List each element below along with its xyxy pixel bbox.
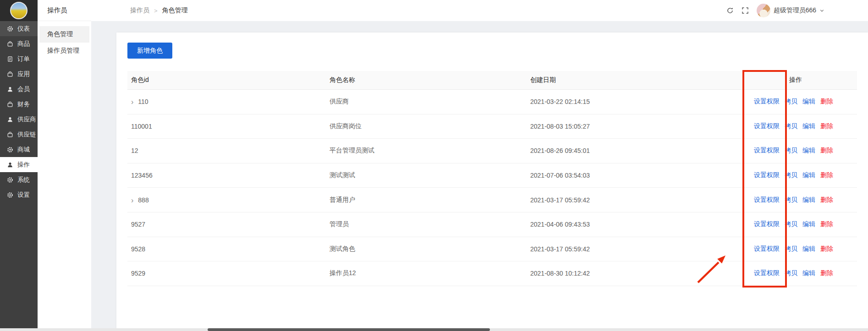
copy-link[interactable]: 拷贝 <box>785 196 797 203</box>
submenu-item-操作员管理[interactable]: 操作员管理 <box>39 43 89 59</box>
sidebar-item-财务[interactable]: 财务 <box>0 97 38 112</box>
expand-row-icon[interactable]: › <box>131 197 133 204</box>
breadcrumb-separator: > <box>154 7 158 14</box>
breadcrumb-item-role-management: 角色管理 <box>162 6 188 15</box>
set-permissions-link[interactable]: 设置权限 <box>754 245 780 252</box>
actions-cell: 设置权限拷贝编辑删除 <box>750 261 857 286</box>
gear-icon <box>7 192 13 198</box>
col-header-role-name: 角色名称 <box>326 71 527 90</box>
delete-link[interactable]: 删除 <box>820 98 833 105</box>
user-avatar <box>757 4 770 17</box>
set-permissions-link[interactable]: 设置权限 <box>754 220 780 228</box>
delete-link[interactable]: 删除 <box>820 147 833 154</box>
edit-link[interactable]: 编辑 <box>802 245 815 252</box>
submenu-item-角色管理[interactable]: 角色管理 <box>39 26 89 43</box>
fullscreen-icon[interactable] <box>742 7 749 14</box>
delete-link[interactable]: 删除 <box>820 269 833 277</box>
sidebar-item-供应商[interactable]: 供应商 <box>0 112 38 127</box>
copy-link[interactable]: 拷贝 <box>785 147 797 154</box>
sidebar-item-订单[interactable]: 订单 <box>0 51 38 66</box>
bag-icon <box>7 71 13 77</box>
delete-link[interactable]: 删除 <box>820 171 833 179</box>
role-name-cell: 管理员 <box>326 212 527 237</box>
created-date-cell: 2021-08-30 10:12:42 <box>527 261 750 286</box>
sidebar-item-设置[interactable]: 设置 <box>0 187 38 202</box>
sidebar-item-系统[interactable]: 系统 <box>0 172 38 187</box>
roles-table-wrap: 角色id 角色名称 创建日期 操作 ›110 供应商 2021-03-22 02… <box>127 71 857 286</box>
add-role-button[interactable]: 新增角色 <box>127 43 172 59</box>
topbar-right: 超级管理员666 <box>726 4 824 17</box>
copy-link[interactable]: 拷贝 <box>785 98 797 105</box>
edit-link[interactable]: 编辑 <box>802 269 815 277</box>
edit-link[interactable]: 编辑 <box>802 196 815 203</box>
bag-icon <box>7 41 13 47</box>
role-name-cell: 供应商岗位 <box>326 114 527 139</box>
role-name-cell: 平台管理员测试 <box>326 139 527 163</box>
copy-link[interactable]: 拷贝 <box>785 269 797 277</box>
edit-link[interactable]: 编辑 <box>802 122 815 130</box>
edit-link[interactable]: 编辑 <box>802 147 815 154</box>
set-permissions-link[interactable]: 设置权限 <box>754 147 780 154</box>
user-menu[interactable]: 超级管理员666 <box>757 4 824 17</box>
sidebar-item-应用[interactable]: 应用 <box>0 66 38 81</box>
set-permissions-link[interactable]: 设置权限 <box>754 171 780 179</box>
actions-cell: 设置权限拷贝编辑删除 <box>750 163 857 188</box>
expand-row-icon[interactable]: › <box>131 98 133 106</box>
created-date-cell: 2021-03-22 02:14:15 <box>527 90 750 114</box>
gear-icon <box>7 177 13 183</box>
created-date-cell: 2021-04-06 09:43:53 <box>527 212 750 237</box>
role-name-cell: 测试测试 <box>326 163 527 188</box>
sidebar-item-操作[interactable]: 操作 <box>0 157 38 172</box>
edit-link[interactable]: 编辑 <box>802 171 815 179</box>
primary-nav: 仪表 商品 订单 应用 会员 财务 供应商 供应链 商城 操作 系统 设置 <box>0 21 38 202</box>
actions-cell: 设置权限拷贝编辑删除 <box>750 139 857 163</box>
table-row: ›110001 供应商岗位 2021-08-03 15:05:27 设置权限拷贝… <box>127 114 857 139</box>
secondary-sidebar: 操作员 角色管理操作员管理 <box>38 0 91 331</box>
role-id-cell: 110 <box>138 98 148 105</box>
sidebar-item-商品[interactable]: 商品 <box>0 36 38 51</box>
set-permissions-link[interactable]: 设置权限 <box>754 196 780 203</box>
horizontal-scrollbar-thumb[interactable] <box>208 328 490 331</box>
set-permissions-link[interactable]: 设置权限 <box>754 98 780 105</box>
role-id-cell: 9528 <box>131 245 145 253</box>
table-row: ›110 供应商 2021-03-22 02:14:15 设置权限拷贝编辑删除 <box>127 90 857 114</box>
sidebar-item-供应链[interactable]: 供应链 <box>0 127 38 142</box>
breadcrumb-item-operators[interactable]: 操作员 <box>130 6 149 15</box>
admin-console: 仪表 商品 订单 应用 会员 财务 供应商 供应链 商城 操作 系统 设置 操作… <box>0 0 868 331</box>
refresh-icon[interactable] <box>726 7 734 14</box>
delete-link[interactable]: 删除 <box>820 220 833 228</box>
actions-cell: 设置权限拷贝编辑删除 <box>750 188 857 212</box>
user-icon <box>7 162 13 168</box>
col-header-created-date: 创建日期 <box>527 71 750 90</box>
table-row: ›9529 操作员12 2021-08-30 10:12:42 设置权限拷贝编辑… <box>127 261 857 286</box>
role-id-cell: 9529 <box>131 270 145 277</box>
copy-link[interactable]: 拷贝 <box>785 245 797 252</box>
delete-link[interactable]: 删除 <box>820 196 833 203</box>
table-row: ›123456 测试测试 2021-07-06 03:54:03 设置权限拷贝编… <box>127 163 857 188</box>
username: 超级管理员666 <box>774 6 816 15</box>
edit-link[interactable]: 编辑 <box>802 98 815 105</box>
bag-icon <box>7 101 13 108</box>
roles-table: 角色id 角色名称 创建日期 操作 ›110 供应商 2021-03-22 02… <box>127 71 857 286</box>
copy-link[interactable]: 拷贝 <box>785 220 797 228</box>
breadcrumb: 操作员 > 角色管理 <box>130 6 188 15</box>
role-name-cell: 普通用户 <box>326 188 527 212</box>
role-id-cell: 888 <box>138 196 148 204</box>
set-permissions-link[interactable]: 设置权限 <box>754 122 780 130</box>
content-area: 新增角色 角色id 角色名称 创建日期 操作 ›110 供应商 2021-03-… <box>91 21 868 331</box>
delete-link[interactable]: 删除 <box>820 245 833 252</box>
delete-link[interactable]: 删除 <box>820 122 833 130</box>
actions-cell: 设置权限拷贝编辑删除 <box>750 90 857 114</box>
sidebar-item-仪表[interactable]: 仪表 <box>0 21 38 36</box>
edit-link[interactable]: 编辑 <box>802 220 815 228</box>
copy-link[interactable]: 拷贝 <box>785 171 797 179</box>
role-name-cell: 供应商 <box>326 90 527 114</box>
actions-cell: 设置权限拷贝编辑删除 <box>750 212 857 237</box>
copy-link[interactable]: 拷贝 <box>785 122 797 130</box>
role-management-card: 新增角色 角色id 角色名称 创建日期 操作 ›110 供应商 2021-03-… <box>116 33 868 331</box>
table-header-row: 角色id 角色名称 创建日期 操作 <box>127 71 857 90</box>
sidebar-item-会员[interactable]: 会员 <box>0 81 38 97</box>
sidebar-item-商城[interactable]: 商城 <box>0 142 38 157</box>
role-name-cell: 操作员12 <box>326 261 527 286</box>
set-permissions-link[interactable]: 设置权限 <box>754 269 780 277</box>
